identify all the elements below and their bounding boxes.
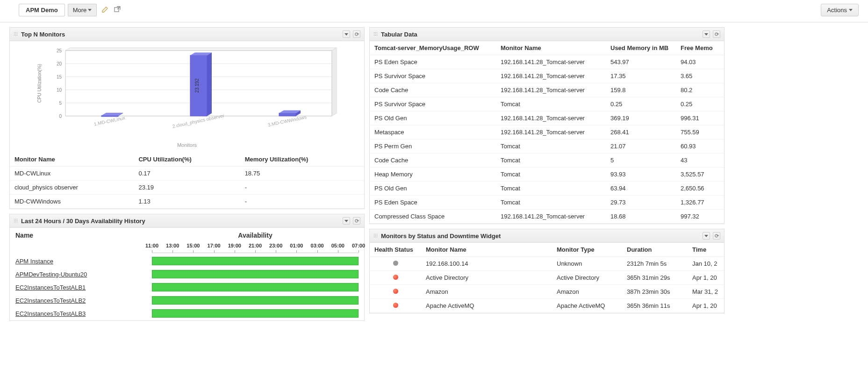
timeline-header: 11:0013:0015:0017:0019:0021:0023:0001:00… — [152, 243, 359, 253]
cell: 29.73 — [606, 196, 676, 210]
col-header[interactable]: Duration — [622, 243, 688, 257]
cell: 192.168.141.28_Tomcat-server — [496, 111, 606, 125]
col-header[interactable]: Free Memo — [676, 41, 724, 55]
grip-icon — [373, 233, 378, 238]
more-button[interactable]: More — [68, 4, 97, 16]
cell: 60.93 — [676, 139, 724, 153]
availability-bar — [152, 257, 359, 265]
widget-header: Monitors by Status and Downtime Widget ⟳ — [370, 229, 724, 243]
grip-icon — [373, 32, 378, 36]
cell: 387h 23min 30s — [622, 285, 688, 299]
cell: Active Directory — [421, 271, 552, 285]
monitor-link[interactable]: APMDevTesting-Ubuntu20 — [15, 271, 87, 278]
cell: 543.97 — [606, 55, 676, 69]
more-label: More — [73, 7, 87, 14]
cell: MD-CWWindows — [10, 195, 134, 209]
cell: 0.25 — [606, 97, 676, 111]
widget-header: Tabular Data ⟳ — [370, 28, 724, 41]
widget-top-n-monitors: Top N Monitors ⟳ 0510152025CPU Utilizati… — [9, 27, 365, 209]
table-row: cloud_physics observer23.19- — [10, 181, 364, 195]
dropdown-icon[interactable] — [343, 217, 350, 225]
col-header[interactable]: Time — [688, 243, 724, 257]
col-header[interactable]: Monitor Name — [10, 153, 134, 167]
availability-bar — [152, 309, 359, 318]
monitor-link[interactable]: APM Instance — [15, 258, 53, 265]
grip-icon — [14, 218, 18, 223]
cell: Jan 10, 2 — [688, 257, 724, 271]
col-header[interactable]: Monitor Type — [552, 243, 622, 257]
edit-icon[interactable] — [101, 6, 109, 15]
monitor-link[interactable]: EC2InstancesToTestALB1 — [15, 284, 86, 291]
status-red-icon — [393, 289, 398, 294]
cell: Unknown — [552, 257, 622, 271]
time-label: 01:00 — [290, 243, 303, 248]
col-header[interactable]: Memory Utilization(%) — [240, 153, 364, 167]
col-header[interactable]: CPU Utilization(%) — [134, 153, 240, 167]
svg-text:10: 10 — [57, 87, 62, 93]
cell: 5 — [606, 153, 676, 167]
svg-marker-18 — [101, 113, 123, 116]
refresh-icon[interactable]: ⟳ — [713, 232, 720, 240]
dropdown-icon[interactable] — [703, 30, 710, 38]
cell: 18.68 — [606, 210, 676, 224]
cell: 997.32 — [676, 210, 724, 224]
time-label: 07:00 — [352, 243, 365, 248]
cell: - — [240, 181, 364, 195]
widget-title: Top N Monitors — [21, 31, 65, 38]
popout-icon[interactable] — [114, 6, 121, 15]
cell: 1,326.77 — [676, 196, 724, 210]
svg-text:3.MD-CWWindows: 3.MD-CWWindows — [267, 114, 307, 127]
table-row: PS Survivor SpaceTomcat0.250.25 — [370, 97, 724, 111]
status-table: Health Status Monitor Name Monitor Type … — [370, 243, 724, 313]
widget-header: Last 24 Hours / 30 Days Availability His… — [10, 214, 364, 228]
table-row: 192.168.100.14Unknown2312h 7min 5sJan 10… — [370, 257, 724, 271]
col-header[interactable]: Tomcat-server_MemoryUsage_ROW — [370, 41, 496, 55]
table-row: Metaspace192.168.141.28_Tomcat-server268… — [370, 125, 724, 139]
tabular-scroll[interactable]: Tomcat-server_MemoryUsage_ROW Monitor Na… — [370, 41, 724, 224]
svg-text:20: 20 — [57, 61, 62, 66]
cell: Apache ActiveMQ — [552, 299, 622, 313]
monitor-link[interactable]: EC2InstancesToTestALB3 — [15, 310, 86, 317]
chart-svg: 0510152025CPU Utilization(%)1.MD-CWLinux… — [33, 46, 341, 139]
cell: Tomcat — [496, 167, 606, 182]
cell: 192.168.141.28_Tomcat-server — [496, 125, 606, 139]
col-header[interactable]: Health Status — [370, 243, 421, 257]
cell: 192.168.141.28_Tomcat-server — [496, 210, 606, 224]
col-header[interactable]: Availability — [147, 229, 363, 242]
dropdown-icon[interactable] — [703, 232, 710, 240]
cell: Amazon — [421, 285, 552, 299]
availability-table: Name Availability 11:0013:0015:0017:0019… — [10, 228, 364, 320]
tabular-table: Tomcat-server_MemoryUsage_ROW Monitor Na… — [370, 41, 724, 224]
col-header[interactable]: Name — [11, 229, 146, 242]
table-row: EC2InstancesToTestALB1 — [11, 281, 363, 293]
svg-rect-26 — [279, 113, 296, 116]
cell: 996.31 — [676, 111, 724, 125]
widget-status-downtime: Monitors by Status and Downtime Widget ⟳… — [369, 229, 725, 313]
topn-table: Monitor Name CPU Utilization(%) Memory U… — [10, 153, 364, 209]
table-row: AmazonAmazon387h 23min 30sMar 31, 2 — [370, 285, 724, 299]
cell: 23.19 — [134, 181, 240, 195]
widget-tabular-data: Tabular Data ⟳ Tomcat-server_MemoryUsage… — [369, 27, 725, 224]
table-row: APMDevTesting-Ubuntu20 — [11, 268, 363, 280]
table-row: PS Perm GenTomcat21.0760.93 — [370, 139, 724, 153]
table-row: Code CacheTomcat543 — [370, 153, 724, 167]
table-row: EC2InstancesToTestALB3 — [11, 307, 363, 320]
monitor-link[interactable]: EC2InstancesToTestALB2 — [15, 297, 86, 304]
svg-text:CPU Utilization(%): CPU Utilization(%) — [37, 64, 42, 103]
refresh-icon[interactable]: ⟳ — [353, 217, 360, 225]
refresh-icon[interactable]: ⟳ — [713, 30, 720, 38]
refresh-icon[interactable]: ⟳ — [353, 30, 360, 38]
bar-chart: 0510152025CPU Utilization(%)1.MD-CWLinux… — [10, 41, 364, 148]
cell: Mar 31, 2 — [688, 285, 724, 299]
cell: 159.8 — [606, 83, 676, 97]
table-row: Apache ActiveMQApache ActiveMQ365h 36min… — [370, 299, 724, 313]
actions-button[interactable]: Actions — [821, 4, 859, 16]
time-label: 19:00 — [228, 243, 241, 248]
dropdown-icon[interactable] — [343, 30, 350, 38]
col-header[interactable]: Monitor Name — [421, 243, 552, 257]
availability-bar — [152, 296, 359, 305]
tab-apm-demo[interactable]: APM Demo — [19, 4, 65, 16]
col-header[interactable]: Used Memory in MB — [606, 41, 676, 55]
svg-text:25: 25 — [57, 48, 62, 53]
col-header[interactable]: Monitor Name — [496, 41, 606, 55]
